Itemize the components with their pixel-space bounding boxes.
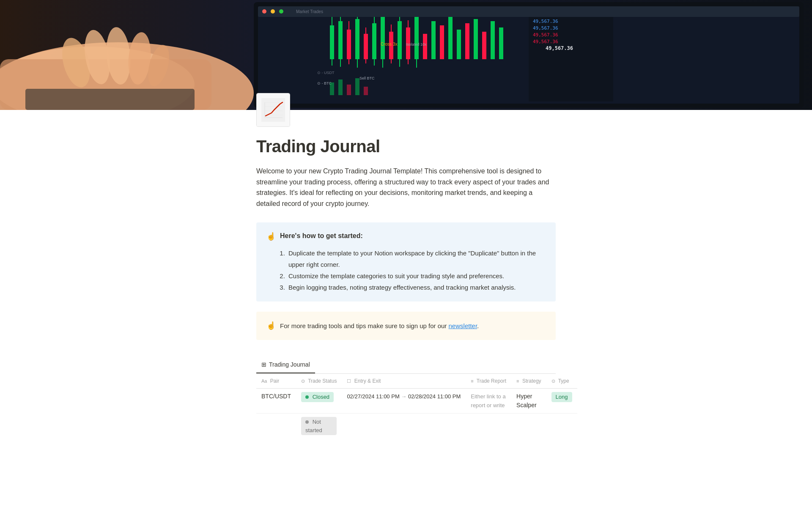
page-content: Trading Journal Welcome to your new Cryp… — [216, 93, 596, 438]
svg-point-70 — [279, 9, 283, 14]
col-header-strategy: ≡ Strategy — [511, 374, 546, 389]
svg-rect-14 — [332, 17, 332, 25]
table-icon: ⊞ — [261, 360, 266, 369]
svg-point-69 — [271, 9, 275, 14]
entry-date: 02/27/2024 11:00 PM → 02/28/2024 11:00 P… — [347, 393, 461, 400]
newsletter-text: For more trading tools and tips make sur… — [280, 321, 479, 331]
svg-rect-19 — [347, 30, 351, 59]
svg-rect-22 — [355, 19, 359, 59]
col-header-type: ⊙ Type — [546, 374, 577, 389]
cell-strategy: Hyper Scalper — [511, 389, 546, 414]
col-icon-status: ⊙ — [301, 378, 305, 384]
cell-report: Either link to a report or write — [466, 389, 511, 414]
cell-status: Closed — [296, 389, 342, 414]
svg-rect-10 — [25, 89, 195, 110]
status-dot-green — [305, 395, 309, 399]
table-row: BTC/USDT Closed 02/27/2024 11:00 PM → — [256, 389, 577, 414]
svg-text:Market Trades: Market Trades — [296, 9, 323, 14]
svg-rect-21 — [348, 59, 349, 64]
svg-text:⊙ - BTC: ⊙ - BTC — [317, 81, 332, 85]
col-icon-strategy: ≡ — [516, 378, 519, 384]
svg-text:49,567.36: 49,567.36 — [546, 45, 573, 51]
svg-rect-25 — [364, 34, 368, 59]
page-wrapper: 49,567.36 49,567.36 49,567.36 49,567.36 … — [0, 0, 812, 438]
table-tab-trading-journal[interactable]: ⊞ Trading Journal — [256, 357, 315, 373]
svg-text:49,567.36: 49,567.36 — [533, 32, 558, 38]
col-header-pair: Aa Pair — [256, 374, 296, 389]
svg-text:Sell BTC: Sell BTC — [359, 76, 375, 80]
svg-rect-48 — [440, 25, 444, 59]
getting-started-list: Duplicate the template to your Notion wo… — [266, 247, 546, 293]
list-item: Customize the template categories to sui… — [287, 270, 546, 282]
newsletter-emoji: ☝️ — [266, 320, 276, 332]
svg-rect-73 — [330, 82, 334, 95]
svg-text:49,567.36: 49,567.36 — [533, 19, 558, 24]
newsletter-text-before: For more trading tools and tips make sur… — [280, 322, 447, 329]
cell-status-not-started: Not started — [296, 414, 342, 439]
getting-started-emoji: ☝️ — [266, 231, 276, 242]
svg-rect-15 — [332, 59, 332, 66]
svg-rect-45 — [416, 59, 417, 68]
svg-rect-47 — [431, 21, 436, 59]
svg-rect-24 — [357, 59, 358, 68]
cover-image: 49,567.36 49,567.36 49,567.36 49,567.36 … — [0, 0, 812, 110]
svg-rect-52 — [474, 19, 478, 59]
pair-value: BTC/USDT — [261, 393, 291, 400]
svg-rect-18 — [340, 59, 341, 67]
svg-rect-41 — [408, 20, 409, 27]
type-badge-long[interactable]: Long — [551, 392, 572, 402]
svg-rect-67 — [258, 6, 799, 17]
svg-text:Cross 3x: Cross 3x — [381, 42, 397, 47]
cell-entry-exit-empty — [342, 414, 466, 439]
svg-text:Isolated 10x: Isolated 10x — [406, 42, 427, 47]
col-header-entry-exit: ☐ Entry & Exit — [342, 374, 466, 389]
strategy-value: Hyper Scalper — [516, 393, 536, 408]
svg-rect-37 — [398, 21, 402, 59]
getting-started-title: Here's how to get started: — [280, 231, 363, 241]
svg-rect-51 — [465, 23, 469, 59]
table-tab-label: Trading Journal — [269, 360, 310, 369]
table-tab-bar: ⊞ Trading Journal — [256, 357, 556, 374]
table-section: ⊞ Trading Journal Aa Pair ⊙ Trade Status — [256, 357, 556, 438]
cell-pair: BTC/USDT — [256, 389, 296, 414]
svg-rect-36 — [391, 59, 392, 63]
svg-rect-35 — [391, 25, 392, 32]
col-icon-entry: ☐ — [347, 378, 351, 384]
svg-rect-28 — [372, 23, 376, 59]
svg-point-68 — [262, 9, 266, 14]
svg-rect-46 — [423, 34, 427, 59]
svg-rect-16 — [338, 21, 343, 59]
cell-strategy-empty — [511, 414, 546, 439]
svg-rect-33 — [382, 59, 383, 68]
svg-rect-77 — [364, 87, 368, 95]
cell-pair-empty — [256, 414, 296, 439]
svg-rect-26 — [365, 27, 366, 34]
cell-type: Long — [546, 389, 577, 414]
page-description: Welcome to your new Crypto Trading Journ… — [256, 166, 556, 209]
newsletter-text-after: . — [477, 322, 479, 329]
svg-rect-74 — [338, 79, 343, 95]
col-icon-type: ⊙ — [551, 378, 555, 384]
svg-rect-20 — [348, 21, 349, 30]
svg-rect-78 — [261, 98, 285, 122]
list-item: Duplicate the template to your Notion wo… — [287, 247, 546, 270]
svg-rect-42 — [408, 59, 409, 64]
trading-journal-table: Aa Pair ⊙ Trade Status ☐ Entry & Exit — [256, 374, 577, 438]
svg-rect-50 — [457, 30, 461, 59]
status-badge-closed[interactable]: Closed — [301, 392, 334, 402]
col-header-trade-status: ⊙ Trade Status — [296, 374, 342, 389]
report-value: Either link to a report or write — [471, 393, 505, 408]
svg-rect-49 — [448, 17, 453, 59]
newsletter-content: ☝️ For more trading tools and tips make … — [266, 320, 546, 332]
newsletter-box: ☝️ For more trading tools and tips make … — [256, 312, 556, 340]
svg-text:⊙ - USDT: ⊙ - USDT — [317, 71, 335, 75]
svg-rect-55 — [499, 27, 503, 59]
cell-type-empty — [546, 414, 577, 439]
page-title: Trading Journal — [256, 134, 556, 159]
cell-report-empty — [466, 414, 511, 439]
svg-rect-54 — [491, 21, 495, 59]
svg-rect-53 — [482, 32, 486, 59]
table-header-row: Aa Pair ⊙ Trade Status ☐ Entry & Exit — [256, 374, 577, 389]
newsletter-link[interactable]: newsletter — [449, 322, 477, 329]
status-badge-not-started[interactable]: Not started — [301, 417, 337, 435]
